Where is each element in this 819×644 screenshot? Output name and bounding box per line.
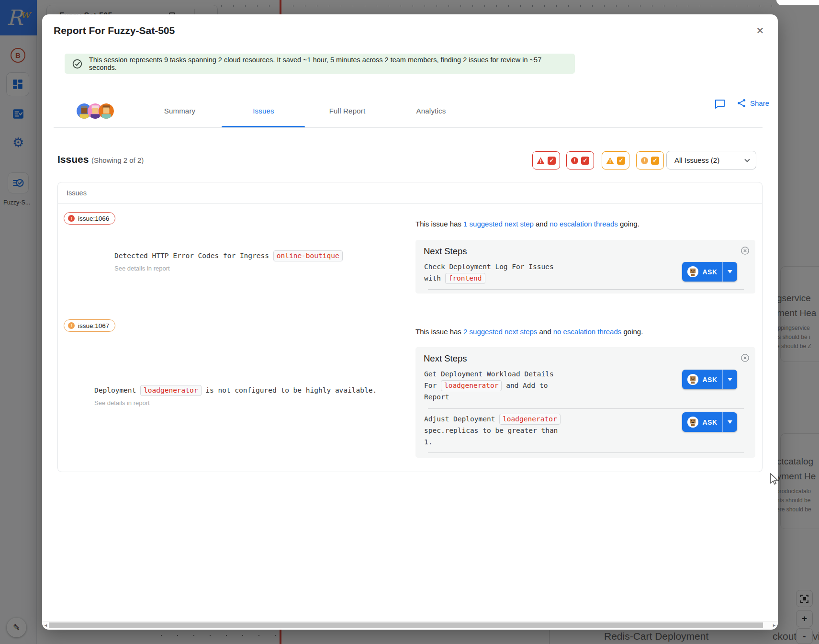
checkbox-checked-icon: ✓ bbox=[651, 157, 659, 165]
scrollbar-thumb[interactable] bbox=[49, 622, 763, 628]
mouse-cursor bbox=[769, 473, 779, 486]
tab-issues[interactable]: Issues bbox=[222, 101, 305, 122]
avatar-3 bbox=[99, 103, 114, 119]
resource-chip: loadgenerator bbox=[441, 380, 502, 391]
ask-split-button[interactable]: ASK bbox=[682, 262, 737, 282]
circled-x-icon bbox=[741, 354, 749, 362]
ask-button[interactable]: ASK bbox=[682, 416, 722, 428]
ask-split-button[interactable]: ASK bbox=[682, 370, 737, 389]
ask-dropdown-button[interactable] bbox=[722, 412, 737, 432]
tab-divider bbox=[54, 127, 763, 128]
next-steps-title: Next Steps bbox=[424, 353, 467, 364]
see-details-link[interactable]: See details in report bbox=[94, 399, 150, 407]
dismiss-next-steps-button[interactable] bbox=[741, 354, 749, 362]
error-circle-icon: ! bbox=[571, 157, 578, 164]
error-circle-icon: ! bbox=[68, 215, 75, 222]
chat-bubble-icon bbox=[714, 98, 726, 110]
next-step-text: Adjust Deployment loadgenerator spec.rep… bbox=[424, 413, 570, 448]
issues-panel-header: Issues bbox=[58, 182, 762, 204]
close-icon: ✕ bbox=[756, 25, 764, 36]
checkbox-checked-icon: ✓ bbox=[617, 157, 625, 165]
issue-summary: This issue has 2 suggested next steps an… bbox=[415, 328, 643, 336]
next-step-text: Get Deployment Workload Details For load… bbox=[424, 368, 570, 403]
horizontal-scrollbar[interactable]: ◄ ► bbox=[42, 621, 778, 629]
next-step-text: Check Deployment Log For Issues with fro… bbox=[424, 261, 570, 284]
team-avatar-group[interactable] bbox=[77, 103, 110, 119]
step-divider bbox=[428, 289, 744, 290]
issues-filter-dropdown[interactable]: All Issuess (2) bbox=[666, 151, 756, 169]
dismiss-next-steps-button[interactable] bbox=[741, 247, 749, 255]
ask-split-button[interactable]: ASK bbox=[682, 412, 737, 432]
resource-chip: frontend bbox=[445, 273, 485, 284]
caret-down-icon bbox=[728, 270, 732, 273]
scroll-left-arrow[interactable]: ◄ bbox=[44, 623, 48, 628]
section-title: Issues bbox=[57, 154, 89, 165]
caret-down-icon bbox=[728, 420, 732, 424]
issues-panel: Issues ! issue:1066 Detected HTTP Error … bbox=[57, 182, 763, 472]
next-steps-title: Next Steps bbox=[424, 246, 467, 257]
row-divider bbox=[58, 311, 762, 311]
filter-critical-triangle-button[interactable]: ✓ bbox=[532, 151, 560, 169]
next-steps-card: Next Steps Get Deployment Workload Detai… bbox=[415, 347, 755, 458]
report-modal: Report For Fuzzy-Sat-505 ✕ This session … bbox=[42, 14, 778, 630]
session-summary-banner: This session represents 9 tasks spanning… bbox=[65, 54, 575, 74]
caret-down-icon bbox=[728, 378, 732, 381]
checkbox-checked-icon: ✓ bbox=[548, 157, 556, 165]
suggested-steps-link[interactable]: 1 suggested next step bbox=[463, 220, 534, 228]
see-details-link[interactable]: See details in report bbox=[114, 265, 170, 272]
ask-button[interactable]: ASK bbox=[682, 266, 722, 278]
ask-button[interactable]: ASK bbox=[682, 373, 722, 385]
close-button[interactable]: ✕ bbox=[753, 24, 767, 37]
comment-button[interactable] bbox=[714, 98, 727, 111]
share-button[interactable]: Share bbox=[737, 99, 769, 108]
suggested-steps-link[interactable]: 2 suggested next steps bbox=[463, 328, 537, 336]
warning-triangle-icon bbox=[606, 157, 614, 164]
tab-full-report[interactable]: Full Report bbox=[305, 101, 389, 122]
ask-dropdown-button[interactable] bbox=[722, 370, 737, 389]
issue-title: Detected HTTP Error Codes for Ingress on… bbox=[114, 250, 343, 261]
issue-title: Deployment loadgenerator is not configur… bbox=[94, 385, 377, 396]
resource-chip: loadgenerator bbox=[140, 385, 202, 396]
bot-avatar-icon bbox=[687, 373, 699, 385]
filter-warning-circle-button[interactable]: ! ✓ bbox=[636, 151, 664, 169]
next-steps-card: Next Steps Check Deployment Log For Issu… bbox=[415, 240, 755, 294]
checkbox-checked-icon: ✓ bbox=[581, 157, 589, 165]
filter-warning-triangle-button[interactable]: ✓ bbox=[602, 151, 629, 169]
scroll-right-arrow[interactable]: ► bbox=[772, 623, 776, 628]
warning-triangle-icon bbox=[537, 157, 545, 164]
resource-chip: loadgenerator bbox=[499, 414, 561, 425]
share-icon bbox=[737, 99, 746, 108]
step-divider bbox=[428, 408, 744, 409]
escalation-threads-link[interactable]: no escalation threads bbox=[550, 220, 618, 228]
screen: Fuzzy-Sat-505 R w B bbox=[0, 0, 819, 644]
section-count: (Showing 2 of 2) bbox=[91, 156, 144, 164]
bot-avatar-icon bbox=[687, 266, 699, 278]
resource-chip: online-boutique bbox=[273, 250, 343, 261]
dropdown-value: All Issuess (2) bbox=[674, 156, 744, 164]
ask-dropdown-button[interactable] bbox=[722, 262, 737, 282]
escalation-threads-link[interactable]: no escalation threads bbox=[553, 328, 622, 336]
banner-text: This session represents 9 tasks spanning… bbox=[89, 56, 567, 71]
bot-avatar-icon bbox=[687, 416, 699, 428]
chevron-down-icon bbox=[744, 158, 750, 162]
warning-circle-icon: ! bbox=[641, 157, 648, 164]
share-label: Share bbox=[750, 99, 769, 107]
check-circle-icon bbox=[72, 59, 82, 69]
issue-summary: This issue has 1 suggested next step and… bbox=[415, 220, 639, 228]
circled-x-icon bbox=[741, 247, 749, 255]
filter-critical-circle-button[interactable]: ! ✓ bbox=[566, 151, 594, 169]
tab-summary[interactable]: Summary bbox=[138, 101, 222, 122]
modal-title: Report For Fuzzy-Sat-505 bbox=[54, 25, 175, 36]
issue-badge[interactable]: ! issue:1067 bbox=[64, 319, 115, 332]
step-divider bbox=[428, 452, 744, 453]
warning-circle-icon: ! bbox=[68, 322, 75, 329]
corner-panel-edge bbox=[776, 0, 819, 5]
issue-badge[interactable]: ! issue:1066 bbox=[64, 212, 115, 225]
tab-analytics[interactable]: Analytics bbox=[389, 101, 473, 122]
